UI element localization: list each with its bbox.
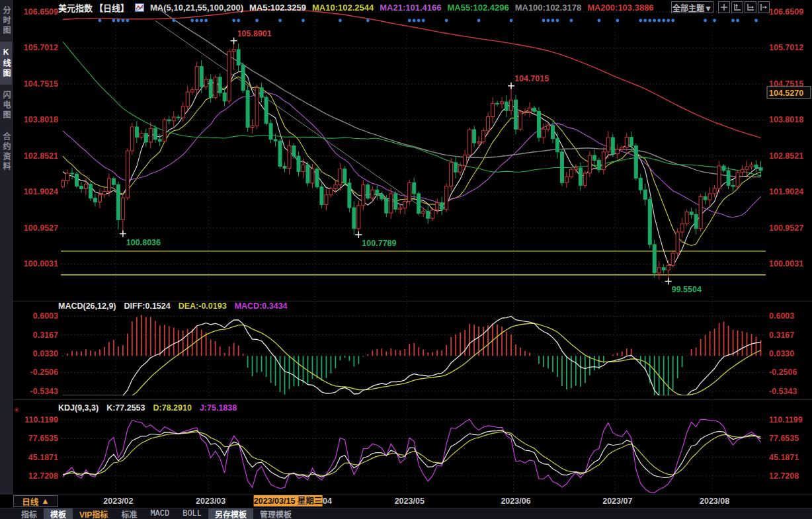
sidebar-item-timeshare[interactable]: 分时图 (0, 0, 12, 42)
candle-body (135, 127, 138, 137)
sidebar-item-lightning[interactable]: 闪电图 (0, 85, 12, 126)
toolbar-indicators[interactable]: 指标 (15, 508, 44, 519)
price-annotation: 100.7789 (362, 239, 396, 248)
highlighted-date-label: 2023/03/15 星期三 (254, 496, 323, 506)
signal-dot (653, 19, 656, 22)
candle-body (694, 214, 698, 228)
candle-body (417, 194, 421, 214)
candle-body (348, 183, 351, 208)
toolbar-macd[interactable]: MACD (143, 508, 176, 519)
candle-body (107, 179, 110, 192)
signal-dot (597, 19, 600, 22)
candle-body (70, 173, 73, 174)
scale-x-axis-icon[interactable] (745, 1, 756, 13)
kdj-axis-label-right: 12.7208 (769, 471, 799, 481)
kdj-axis-label-right: 110.1199 (769, 415, 803, 424)
candle-body (629, 137, 633, 145)
price-axis-label-left: 103.8018 (24, 115, 58, 124)
candle-body (376, 190, 379, 194)
candle-body (653, 245, 656, 273)
candle-body (583, 173, 587, 185)
signal-dot (754, 19, 758, 22)
price-axis-label-right: 106.6509 (769, 7, 803, 17)
macd-axis-label-left: -0.5343 (30, 387, 58, 396)
candle-body (61, 180, 65, 186)
candle-body (181, 106, 184, 118)
signal-dot (408, 19, 411, 22)
candle-body (190, 90, 194, 92)
signal-dot (556, 19, 559, 22)
toolbar-standard[interactable]: 标准 (114, 508, 143, 519)
signal-dot (570, 19, 573, 22)
bottom-toolbar: 指标 模板 VIP指标 标准 MACD BOLL 另存模板 管理模板 (0, 508, 812, 519)
macd-dea-line (63, 323, 761, 395)
trendline (155, 20, 432, 215)
candle-body (399, 208, 402, 210)
toolbar-boll[interactable]: BOLL (176, 508, 208, 519)
signal-dot (542, 19, 546, 22)
candle-body (680, 223, 684, 232)
period-selector[interactable]: 日线 ▲ (13, 495, 58, 507)
price-axis-label-right: 100.0031 (769, 259, 803, 268)
signal-dot (172, 19, 175, 22)
candle-body (579, 168, 582, 185)
candle-body (754, 165, 758, 167)
candle-body (657, 268, 661, 273)
candle-body (251, 126, 254, 127)
candle-body (269, 124, 272, 140)
candle-body (487, 116, 490, 130)
indicator-icon (135, 3, 144, 12)
price-axis-label-right: 103.8018 (769, 115, 803, 124)
crosshair-move-icon[interactable] (718, 1, 730, 13)
macd-axis-label-left: 0.3167 (33, 331, 58, 340)
all-themes-button[interactable]: 全部主题▼ (671, 1, 713, 13)
price-axis-label-left: 101.9024 (24, 187, 58, 196)
ma21-value: MA21:101.4166 (380, 3, 441, 13)
macd-axis-label-right: -0.2506 (769, 368, 797, 377)
candle-body (339, 169, 342, 185)
candle-body (648, 200, 651, 245)
toolbar-vip-indicators[interactable]: VIP指标 (73, 508, 114, 519)
candle-body (186, 92, 189, 106)
pan-right-icon[interactable] (758, 1, 770, 13)
candle-body (597, 160, 600, 169)
sidebar-item-contract-info[interactable]: 合约资料 (0, 126, 12, 178)
kdj-k-value: K:77.2553 (106, 403, 145, 413)
sidebar-item-kline[interactable]: K线图 (0, 42, 12, 85)
candle-body (722, 166, 725, 171)
macd-axis-label-right: 0.0330 (769, 349, 794, 358)
candle-body (389, 194, 393, 213)
candle-body (394, 194, 397, 210)
candle-body (731, 185, 735, 186)
toolbar-templates[interactable]: 模板 (44, 508, 73, 519)
candle-body (473, 130, 476, 143)
candle-body (130, 127, 134, 151)
candle-body (112, 179, 115, 184)
price-axis-label-left: 106.6509 (24, 7, 58, 17)
toolbar-save-template[interactable]: 另存模板 (208, 508, 253, 519)
candle-body (592, 155, 596, 160)
signal-dot (112, 19, 115, 22)
kdj-d-value: D:78.2910 (153, 403, 192, 413)
candle-body (246, 91, 249, 128)
macd-axis-label-right: -0.5343 (769, 387, 797, 396)
candle-body (440, 203, 444, 210)
candle-body (620, 147, 624, 149)
candle-body (93, 198, 97, 202)
candle-body (436, 203, 439, 210)
candle-body (542, 129, 545, 138)
x-axis-month-label: 2023/07 (602, 497, 632, 506)
candle-body (167, 120, 171, 121)
candle-body (524, 112, 527, 112)
candle-body (574, 168, 577, 169)
candle-body (84, 184, 87, 189)
indicator-settings-icon[interactable]: ✳ (13, 406, 19, 415)
candle-body (708, 194, 711, 200)
scale-y-axis-icon[interactable] (731, 1, 743, 13)
candle-body (519, 112, 522, 129)
ma-line-5 (63, 71, 761, 266)
signal-dot (639, 19, 642, 22)
toolbar-manage-templates[interactable]: 管理模板 (253, 508, 298, 519)
candle-body (320, 187, 323, 205)
chart-canvas[interactable]: 105.8901104.7015100.8036100.778999.55041… (0, 0, 812, 519)
